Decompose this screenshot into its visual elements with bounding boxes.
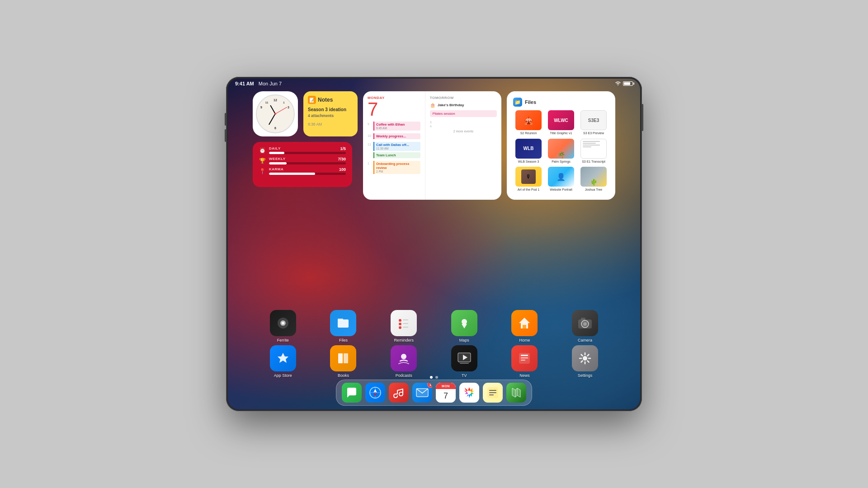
- app-maps[interactable]: Maps: [451, 310, 477, 343]
- dock: 1 MON 7: [336, 380, 532, 406]
- svg-rect-10: [403, 327, 408, 328]
- file-item-portrait[interactable]: 👤 Website Portrait: [546, 167, 576, 193]
- streak-daily-label: DAILY: [269, 146, 281, 151]
- app-books[interactable]: Books: [330, 345, 356, 378]
- file-item-title[interactable]: WLWC Title Graphic v1: [546, 110, 576, 137]
- status-right: [615, 81, 633, 86]
- streak-daily-value: 1/5: [340, 146, 346, 151]
- power-button[interactable]: [642, 104, 643, 131]
- streak-weekly-label: WEEKLY: [269, 157, 286, 161]
- files-header: 📁 Files: [513, 98, 609, 107]
- app-home-label: Home: [519, 338, 530, 343]
- streak-weekly-info: WEEKLY 7/30: [269, 157, 346, 164]
- app-maps-label: Maps: [459, 338, 469, 343]
- svg-point-30: [583, 356, 587, 361]
- dock-notes[interactable]: [483, 383, 503, 403]
- streak-weekly-icon: 🏆: [259, 158, 266, 164]
- cal-event-call: 11 Call with Dallas off... 11:30 AM Team…: [368, 142, 420, 160]
- app-home[interactable]: Home: [511, 310, 538, 343]
- svg-point-2: [282, 322, 284, 324]
- app-camera-icon: [572, 310, 598, 336]
- calendar-widget[interactable]: MONDAY 7 9 Coffee with Ethan 9:45 AM: [363, 91, 501, 200]
- svg-rect-25: [460, 363, 469, 364]
- streak-daily-info: DAILY 1/5: [269, 146, 346, 154]
- svg-rect-17: [581, 318, 585, 320]
- app-home-icon: [511, 310, 538, 336]
- app-podcasts-label: Podcasts: [396, 373, 412, 378]
- app-tv[interactable]: TV: [451, 345, 477, 378]
- dock-messages[interactable]: [342, 383, 362, 403]
- app-settings-label: Settings: [578, 373, 593, 378]
- app-news-label: News: [519, 373, 530, 378]
- volume-down-button[interactable]: [225, 129, 226, 142]
- dock-maps[interactable]: [506, 383, 526, 403]
- clock-num-1: 1: [281, 100, 287, 105]
- svg-point-6: [399, 323, 401, 325]
- app-camera-label: Camera: [578, 338, 592, 343]
- status-date: Mon Jun 7: [259, 81, 282, 86]
- streaks-widget-inner: ⏰ DAILY 1/5 🏆 WE: [253, 142, 352, 187]
- cal-event-onboarding: 1 Onboarding process review 2 PM: [368, 161, 420, 175]
- file-item-wlb[interactable]: WLB WLB Season 3: [513, 139, 544, 165]
- cal-event-coffee: 9 Coffee with Ethan 9:45 AM: [368, 122, 420, 132]
- svg-rect-21: [344, 353, 348, 363]
- cal-birthday-text: Jake's Birthday: [438, 103, 464, 107]
- streak-daily-fill: [269, 152, 284, 154]
- dock-music[interactable]: [389, 383, 409, 403]
- cal-event-call-block: Call with Dallas off... 11:30 AM: [373, 142, 420, 151]
- notes-widget[interactable]: 📝 Notes Season 3 ideation 4 attachments …: [303, 91, 358, 136]
- app-podcasts[interactable]: Podcasts: [391, 345, 417, 378]
- svg-rect-29: [521, 360, 525, 361]
- files-title: Files: [525, 99, 536, 105]
- app-news[interactable]: News: [511, 345, 538, 378]
- file-label-portrait: Website Portrait: [550, 188, 572, 191]
- app-camera[interactable]: Camera: [572, 310, 598, 343]
- status-time: 9:41 AM: [235, 81, 254, 86]
- file-item-palm[interactable]: 🌴 Palm Springs: [546, 139, 576, 165]
- file-thumb-s3e3: S3E3: [580, 110, 607, 130]
- file-thumb-reunion: 🎪: [515, 110, 542, 130]
- clock-widget[interactable]: 12 3 6 9 1 11: [253, 91, 298, 136]
- page-dot-2[interactable]: [435, 376, 438, 379]
- dock-safari[interactable]: [365, 383, 385, 403]
- ipad-screen: 9:41 AM Mon Jun 7: [228, 79, 640, 409]
- streak-daily-icon: ⏰: [259, 147, 266, 154]
- cal-event-weekly: 10 Weekly progress...: [368, 133, 420, 141]
- cal-event-onboarding-block: Onboarding process review 2 PM: [373, 161, 420, 174]
- file-item-podcast[interactable]: 🎙 Art of the Pod 1: [513, 167, 544, 193]
- dock-photos[interactable]: [459, 383, 479, 403]
- apps-row-1: Ferrite Files: [253, 310, 615, 343]
- streak-karma: 📍 KARMA 100: [259, 167, 346, 175]
- file-item-joshua[interactable]: 🌵 Joshua Tree: [578, 167, 609, 193]
- clock-num-11: 11: [264, 100, 269, 105]
- app-files[interactable]: Files: [330, 310, 356, 343]
- app-ferrite-label: Ferrite: [277, 338, 289, 343]
- clock-face: 12 3 6 9 1 11: [256, 94, 295, 133]
- app-appstore[interactable]: App Store: [270, 345, 296, 378]
- dock-mail[interactable]: 1: [412, 383, 432, 403]
- volume-up-button[interactable]: [225, 113, 226, 126]
- file-item-s3e3[interactable]: S3E3 S3 E3 Preview: [578, 110, 609, 137]
- notes-attachments: 4 attachments: [308, 113, 353, 118]
- cal-event-birthday: 🎂 Jake's Birthday: [430, 103, 497, 108]
- app-appstore-label: App Store: [274, 373, 292, 378]
- files-widget[interactable]: 📁 Files 🎪 S2 Reunion WLWC Title Graphic …: [507, 91, 615, 200]
- more-events[interactable]: 2 more events: [430, 130, 497, 133]
- app-ferrite[interactable]: Ferrite: [270, 310, 296, 343]
- battery-icon: [623, 81, 633, 86]
- dock-calendar[interactable]: MON 7: [436, 383, 456, 403]
- svg-rect-3: [338, 319, 349, 328]
- streak-weekly-value: 7/30: [338, 157, 346, 161]
- svg-rect-8: [403, 319, 408, 320]
- app-settings[interactable]: Settings: [572, 345, 598, 378]
- page-dot-1[interactable]: [430, 376, 433, 379]
- file-item-transcript[interactable]: S3 E1 Transcript: [578, 139, 609, 165]
- file-item-reunion[interactable]: 🎪 S2 Reunion: [513, 110, 544, 137]
- clock-num-12b: [273, 100, 278, 105]
- cal-event-coffee-block: Coffee with Ethan 9:45 AM: [373, 122, 420, 131]
- page-dots: [430, 376, 438, 379]
- streaks-widget[interactable]: ⏰ DAILY 1/5 🏆 WE: [253, 142, 352, 187]
- cal-event-lunch-block: Team Lunch: [373, 152, 420, 158]
- app-reminders[interactable]: Reminders: [391, 310, 417, 343]
- svg-point-19: [583, 322, 587, 326]
